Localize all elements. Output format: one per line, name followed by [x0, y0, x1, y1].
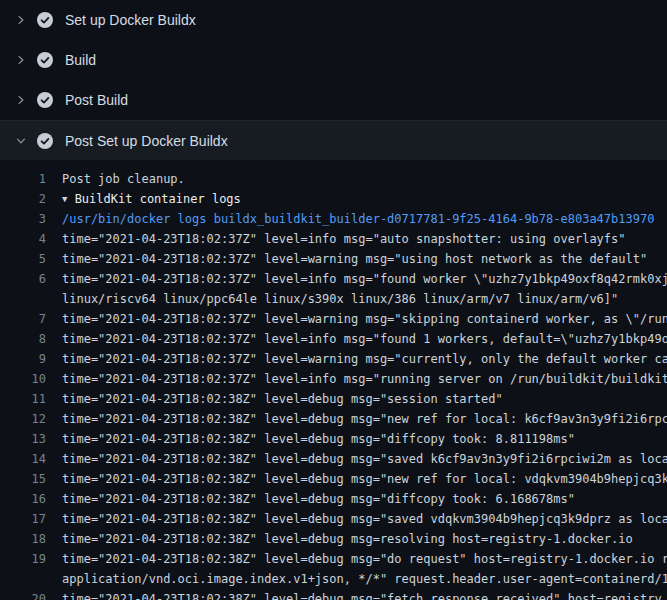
chevron-right-icon: [13, 12, 29, 28]
log-line-number[interactable]: 16: [0, 489, 46, 509]
log-line-number[interactable]: 4: [0, 229, 46, 249]
log-line-text: time="2021-04-23T18:02:38Z" level=debug …: [62, 429, 667, 449]
log-line-text: Post job cleanup.: [62, 169, 667, 189]
log-line-number[interactable]: 18: [0, 529, 46, 549]
log-row: 3 /usr/bin/docker logs buildx_buildkit_b…: [0, 209, 667, 229]
step-label: Build: [65, 52, 96, 68]
log-line-number[interactable]: 3: [0, 209, 46, 229]
step-label: Post Build: [65, 92, 128, 108]
log-line-text: time="2021-04-23T18:02:38Z" level=debug …: [62, 509, 667, 529]
step-label: Set up Docker Buildx: [65, 12, 196, 28]
log-row: 17 time="2021-04-23T18:02:38Z" level=deb…: [0, 509, 667, 529]
step-header-post-build[interactable]: Post Build: [0, 80, 667, 120]
log-line-text: time="2021-04-23T18:02:37Z" level=info m…: [62, 329, 667, 349]
log-row: 8 time="2021-04-23T18:02:37Z" level=info…: [0, 329, 667, 349]
log-line-number[interactable]: 11: [0, 389, 46, 409]
log-line-number[interactable]: 12: [0, 409, 46, 429]
step-header-set-up-docker-buildx[interactable]: Set up Docker Buildx: [0, 0, 667, 40]
log-line-number[interactable]: 6: [0, 269, 46, 289]
log-line-text: linux/riscv64 linux/ppc64le linux/s390x …: [62, 289, 667, 309]
log-line-text: time="2021-04-23T18:02:38Z" level=debug …: [62, 449, 667, 469]
steps-list: Set up Docker Buildx Build Post Build Po…: [0, 0, 667, 160]
log-viewer[interactable]: 1 Post job cleanup. 2 ▼ BuildKit contain…: [0, 160, 667, 600]
log-row: 18 time="2021-04-23T18:02:38Z" level=deb…: [0, 529, 667, 549]
log-row: 9 time="2021-04-23T18:02:37Z" level=warn…: [0, 349, 667, 369]
log-line-text: time="2021-04-23T18:02:38Z" level=debug …: [62, 389, 667, 409]
step-label: Post Set up Docker Buildx: [65, 133, 228, 149]
log-line-text: ▼ BuildKit container logs: [62, 189, 667, 209]
log-row: 4 time="2021-04-23T18:02:37Z" level=info…: [0, 229, 667, 249]
log-line-number[interactable]: 2: [0, 189, 46, 209]
log-line-text: time="2021-04-23T18:02:37Z" level=info m…: [62, 229, 667, 249]
log-line-text: time="2021-04-23T18:02:38Z" level=debug …: [62, 409, 667, 429]
log-line-text: time="2021-04-23T18:02:38Z" level=debug …: [62, 489, 667, 509]
log-line-number[interactable]: [0, 569, 46, 589]
log-line-number[interactable]: 8: [0, 329, 46, 349]
log-row: 10 time="2021-04-23T18:02:37Z" level=inf…: [0, 369, 667, 389]
log-line-text: time="2021-04-23T18:02:38Z" level=debug …: [62, 469, 667, 489]
log-line-text: /usr/bin/docker logs buildx_buildkit_bui…: [62, 209, 667, 229]
log-row: 5 time="2021-04-23T18:02:37Z" level=warn…: [0, 249, 667, 269]
log-line-number[interactable]: 5: [0, 249, 46, 269]
log-line-text: time="2021-04-23T18:02:38Z" level=debug …: [62, 549, 667, 569]
log-line-text: application/vnd.oci.image.index.v1+json,…: [62, 569, 667, 589]
log-row: 13 time="2021-04-23T18:02:38Z" level=deb…: [0, 429, 667, 449]
log-line-text: time="2021-04-23T18:02:37Z" level=warnin…: [62, 349, 667, 369]
log-line-number[interactable]: 7: [0, 309, 46, 329]
check-circle-icon: [37, 133, 53, 149]
log-row: linux/riscv64 linux/ppc64le linux/s390x …: [0, 289, 667, 309]
log-row: application/vnd.oci.image.index.v1+json,…: [0, 569, 667, 589]
log-line-number[interactable]: [0, 289, 46, 309]
log-row: 15 time="2021-04-23T18:02:38Z" level=deb…: [0, 469, 667, 489]
check-circle-icon: [37, 52, 53, 68]
log-row: 1 Post job cleanup.: [0, 169, 667, 189]
chevron-right-icon: [13, 52, 29, 68]
log-row: 14 time="2021-04-23T18:02:38Z" level=deb…: [0, 449, 667, 469]
log-row: 16 time="2021-04-23T18:02:38Z" level=deb…: [0, 489, 667, 509]
log-line-number[interactable]: 1: [0, 169, 46, 189]
log-row: 2 ▼ BuildKit container logs: [0, 189, 667, 209]
log-line-text: time="2021-04-23T18:02:37Z" level=info m…: [62, 269, 667, 289]
log-line-number[interactable]: 9: [0, 349, 46, 369]
log-line-number[interactable]: 17: [0, 509, 46, 529]
log-line-text: time="2021-04-23T18:02:37Z" level=warnin…: [62, 249, 667, 269]
check-circle-icon: [37, 92, 53, 108]
log-line-number[interactable]: 20: [0, 589, 46, 600]
chevron-right-icon: [13, 92, 29, 108]
log-line-number[interactable]: 19: [0, 549, 46, 569]
group-toggle-icon[interactable]: ▼: [62, 189, 67, 209]
log-line-number[interactable]: 14: [0, 449, 46, 469]
log-line-number[interactable]: 13: [0, 429, 46, 449]
log-row: 20 time="2021-04-23T18:02:38Z" level=deb…: [0, 589, 667, 600]
log-lines: 1 Post job cleanup. 2 ▼ BuildKit contain…: [0, 169, 667, 600]
step-header-post-set-up-docker-buildx[interactable]: Post Set up Docker Buildx: [0, 120, 667, 160]
log-row: 11 time="2021-04-23T18:02:38Z" level=deb…: [0, 389, 667, 409]
log-line-number[interactable]: 10: [0, 369, 46, 389]
log-row: 6 time="2021-04-23T18:02:37Z" level=info…: [0, 269, 667, 289]
log-row: 19 time="2021-04-23T18:02:38Z" level=deb…: [0, 549, 667, 569]
check-circle-icon: [37, 12, 53, 28]
log-line-text: time="2021-04-23T18:02:38Z" level=debug …: [62, 589, 667, 600]
log-row: 12 time="2021-04-23T18:02:38Z" level=deb…: [0, 409, 667, 429]
log-line-text: time="2021-04-23T18:02:38Z" level=debug …: [62, 529, 667, 549]
step-header-build[interactable]: Build: [0, 40, 667, 80]
log-line-text: time="2021-04-23T18:02:37Z" level=warnin…: [62, 309, 667, 329]
chevron-down-icon: [13, 133, 29, 149]
log-line-number[interactable]: 15: [0, 469, 46, 489]
log-row: 7 time="2021-04-23T18:02:37Z" level=warn…: [0, 309, 667, 329]
log-line-text: time="2021-04-23T18:02:37Z" level=info m…: [62, 369, 667, 389]
